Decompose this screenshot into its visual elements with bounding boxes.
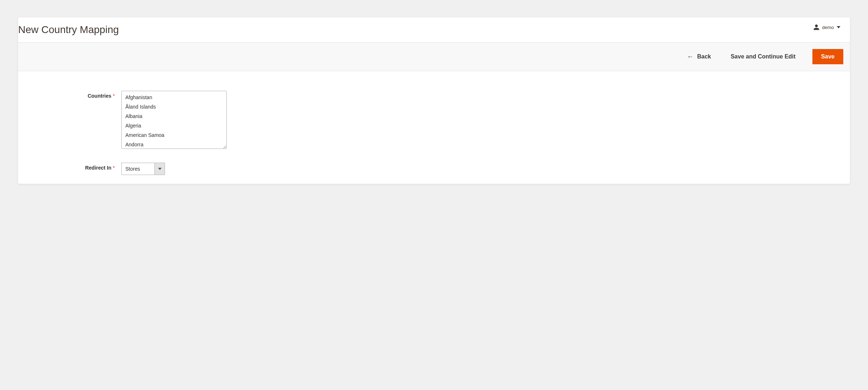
user-name: demo	[822, 25, 834, 30]
save-and-continue-button[interactable]: Save and Continue Edit	[728, 52, 799, 61]
arrow-left-icon: ←	[687, 53, 694, 60]
action-toolbar: ← Back Save and Continue Edit Save	[18, 42, 850, 71]
countries-label: Countries*	[27, 91, 121, 99]
redirect-in-label: Redirect In*	[27, 163, 121, 171]
user-icon	[813, 24, 820, 31]
countries-multiselect[interactable]: AfghanistanÅland IslandsAlbaniaAlgeriaAm…	[121, 91, 227, 149]
redirect-in-select[interactable]: Stores	[121, 163, 165, 175]
user-menu[interactable]: demo	[813, 23, 841, 31]
chevron-down-icon	[158, 168, 162, 170]
country-option[interactable]: Åland Islands	[122, 102, 226, 111]
country-option[interactable]: Albania	[122, 111, 226, 121]
back-button-label: Back	[697, 53, 711, 60]
back-button[interactable]: ← Back	[684, 52, 714, 61]
country-option[interactable]: Algeria	[122, 121, 226, 130]
redirect-in-selected-value: Stores	[122, 163, 154, 175]
country-option[interactable]: Afghanistan	[122, 93, 226, 102]
country-option[interactable]: Andorra	[122, 140, 226, 149]
redirect-in-dropdown-toggle[interactable]	[154, 163, 165, 175]
save-button[interactable]: Save	[812, 49, 843, 64]
chevron-down-icon	[837, 26, 840, 28]
required-indicator: *	[113, 93, 115, 99]
required-indicator: *	[113, 165, 115, 171]
page-title: New Country Mapping	[18, 23, 119, 36]
country-option[interactable]: American Samoa	[122, 130, 226, 140]
